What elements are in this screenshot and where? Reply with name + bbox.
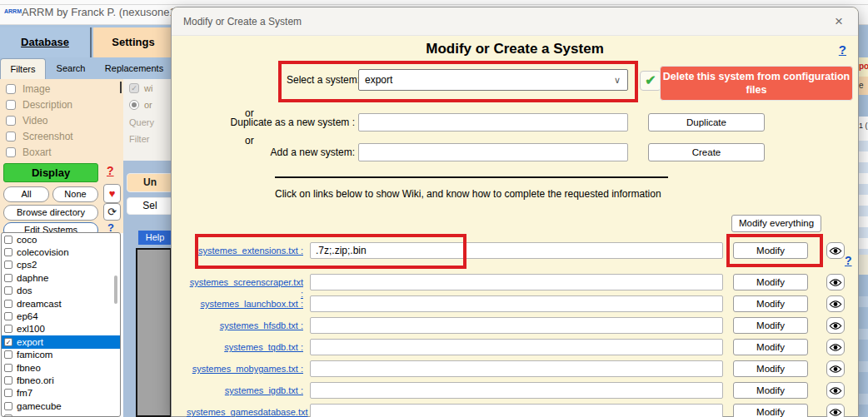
tab-settings[interactable]: Settings bbox=[93, 27, 173, 57]
wiki-link-systemes-screenscraper-txt[interactable]: systemes_screenscraper.txt : bbox=[190, 277, 303, 299]
list-item-colecovision[interactable]: colecovision bbox=[2, 246, 120, 258]
confirm-check-button[interactable]: ✔ bbox=[640, 71, 661, 91]
modify-button[interactable]: Modify bbox=[733, 242, 808, 259]
list-item-daphne[interactable]: daphne bbox=[2, 271, 120, 284]
checkbox[interactable] bbox=[6, 84, 16, 94]
system-checkbox[interactable] bbox=[4, 300, 12, 308]
list-item-fm7[interactable]: fm7 bbox=[2, 387, 120, 400]
list-item-coco[interactable]: coco bbox=[2, 233, 120, 246]
checkbox-checked-disabled[interactable]: ✓ bbox=[129, 83, 139, 93]
eye-icon[interactable] bbox=[826, 295, 845, 312]
list-scrollbar-thumb[interactable] bbox=[114, 276, 117, 304]
eye-icon[interactable] bbox=[826, 317, 845, 334]
modify-everything-button[interactable]: Modify everything bbox=[731, 215, 821, 232]
subtab-search[interactable]: Search bbox=[47, 58, 94, 79]
system-checkbox[interactable] bbox=[4, 261, 12, 269]
duplicate-button[interactable]: Duplicate bbox=[648, 113, 765, 132]
system-checkbox[interactable] bbox=[4, 376, 12, 385]
list-item-dos[interactable]: dos bbox=[2, 285, 120, 297]
dialog-help-link[interactable]: ? bbox=[839, 42, 846, 57]
modify-button[interactable]: Modify bbox=[733, 339, 808, 355]
sel-button[interactable]: Sel bbox=[127, 197, 173, 215]
system-checkbox[interactable] bbox=[4, 350, 12, 359]
system-checkbox[interactable]: ✓ bbox=[4, 338, 12, 346]
browse-directory-button[interactable]: Browse directory bbox=[3, 205, 98, 221]
system-checkbox[interactable] bbox=[4, 364, 12, 372]
row-value-input[interactable] bbox=[310, 339, 723, 355]
list-item-gamegear[interactable]: gamegear bbox=[2, 412, 120, 417]
wiki-link-systemes-tqdb-txt[interactable]: systemes_tqdb.txt : bbox=[224, 342, 303, 352]
system-checkbox[interactable] bbox=[4, 286, 12, 295]
modify-button[interactable]: Modify bbox=[733, 360, 808, 377]
wiki-link-systemes-mobygames-txt[interactable]: systemes_mobygames.txt : bbox=[192, 364, 303, 374]
wiki-link-systemes-extensions-txt[interactable]: systemes_extensions.txt : bbox=[198, 246, 303, 256]
create-button[interactable]: Create bbox=[648, 143, 765, 161]
modify-button[interactable]: Modify bbox=[733, 382, 808, 399]
checkbox[interactable] bbox=[6, 147, 16, 157]
add-system-input[interactable] bbox=[358, 143, 628, 161]
list-item-famicom[interactable]: famicom bbox=[2, 349, 120, 361]
row-value-input[interactable] bbox=[310, 242, 723, 259]
wiki-link-systemes-gamesdatabase-txt[interactable]: systemes_gamesdatabase.txt : bbox=[187, 407, 308, 417]
eye-icon[interactable] bbox=[826, 274, 845, 290]
eye-icon[interactable] bbox=[826, 339, 845, 355]
modify-button[interactable]: Modify bbox=[733, 295, 808, 312]
display-button[interactable]: Display bbox=[3, 163, 98, 182]
system-select-dropdown[interactable]: export ∨ bbox=[358, 69, 628, 91]
all-button[interactable]: All bbox=[3, 186, 49, 202]
checkbox[interactable] bbox=[6, 132, 16, 141]
eye-icon[interactable] bbox=[826, 242, 845, 259]
wiki-link-systemes-igdb-txt[interactable]: systemes_igdb.txt : bbox=[225, 385, 303, 395]
row-value-input[interactable] bbox=[310, 382, 723, 399]
system-checkbox[interactable] bbox=[4, 248, 12, 256]
filter-checkbox-description[interactable]: Description bbox=[6, 99, 72, 111]
duplicate-input[interactable] bbox=[358, 113, 628, 132]
row-value-input[interactable] bbox=[310, 274, 723, 290]
filter-checkbox-image[interactable]: Image bbox=[6, 83, 50, 95]
row-value-input[interactable] bbox=[310, 360, 723, 377]
list-item-fbneo.ori[interactable]: fbneo.ori bbox=[2, 374, 120, 386]
tab-database[interactable]: Database bbox=[0, 27, 92, 57]
delete-system-button[interactable]: Delete this system from configuration fi… bbox=[660, 66, 853, 101]
favorites-heart-button[interactable]: ♥ bbox=[103, 184, 121, 203]
system-checkbox[interactable] bbox=[4, 312, 12, 320]
list-item-fbneo[interactable]: fbneo bbox=[2, 361, 120, 374]
modify-button[interactable]: Modify bbox=[733, 274, 808, 290]
display-help-link[interactable]: ? bbox=[107, 164, 114, 177]
rows-help-link[interactable]: ? bbox=[845, 254, 852, 267]
radio-button[interactable] bbox=[129, 100, 139, 110]
list-item-gamecube[interactable]: gamecube bbox=[2, 400, 120, 412]
list-item-ep64[interactable]: ep64 bbox=[2, 310, 120, 322]
system-checkbox[interactable] bbox=[4, 274, 12, 282]
system-checkbox[interactable] bbox=[4, 402, 12, 410]
or-radio-row[interactable]: or bbox=[129, 99, 152, 111]
checkbox[interactable] bbox=[6, 100, 16, 110]
list-item-cps2[interactable]: cps2 bbox=[2, 259, 120, 271]
un-button[interactable]: Un bbox=[127, 173, 173, 192]
system-checkbox[interactable] bbox=[4, 325, 12, 333]
row-value-input[interactable] bbox=[310, 317, 723, 334]
row-value-input[interactable] bbox=[310, 295, 723, 312]
eye-icon[interactable] bbox=[826, 382, 845, 399]
subtab-filters[interactable]: Filters bbox=[0, 58, 46, 79]
eye-icon[interactable] bbox=[826, 360, 845, 377]
list-item-dreamcast[interactable]: dreamcast bbox=[2, 297, 120, 310]
wiki-link-systemes-hfsdb-txt[interactable]: systemes_hfsdb.txt : bbox=[220, 320, 303, 330]
none-button[interactable]: None bbox=[52, 186, 98, 202]
with-checkbox-row[interactable]: ✓ wi bbox=[129, 82, 152, 94]
refresh-button[interactable]: ⟳ bbox=[103, 203, 121, 221]
filter-checkbox-boxart[interactable]: Boxart bbox=[6, 146, 52, 158]
subtab-replacements[interactable]: Replacements bbox=[96, 58, 172, 79]
filter-checkbox-video[interactable]: Video bbox=[6, 115, 47, 127]
list-item-export[interactable]: ✓export bbox=[2, 335, 120, 348]
modify-button[interactable]: Modify bbox=[733, 404, 808, 417]
system-checkbox[interactable] bbox=[4, 236, 12, 244]
checkbox[interactable] bbox=[6, 116, 16, 126]
modify-button[interactable]: Modify bbox=[733, 317, 808, 334]
wiki-link-systemes-launchbox-txt[interactable]: systemes_launchbox.txt : bbox=[200, 299, 303, 309]
row-value-input[interactable] bbox=[310, 404, 723, 417]
list-item-exl100[interactable]: exl100 bbox=[2, 323, 120, 335]
filter-checkbox-screenshot[interactable]: Screenshot bbox=[6, 131, 73, 142]
eye-icon[interactable] bbox=[826, 404, 845, 417]
help-badge[interactable]: Help bbox=[138, 231, 172, 245]
